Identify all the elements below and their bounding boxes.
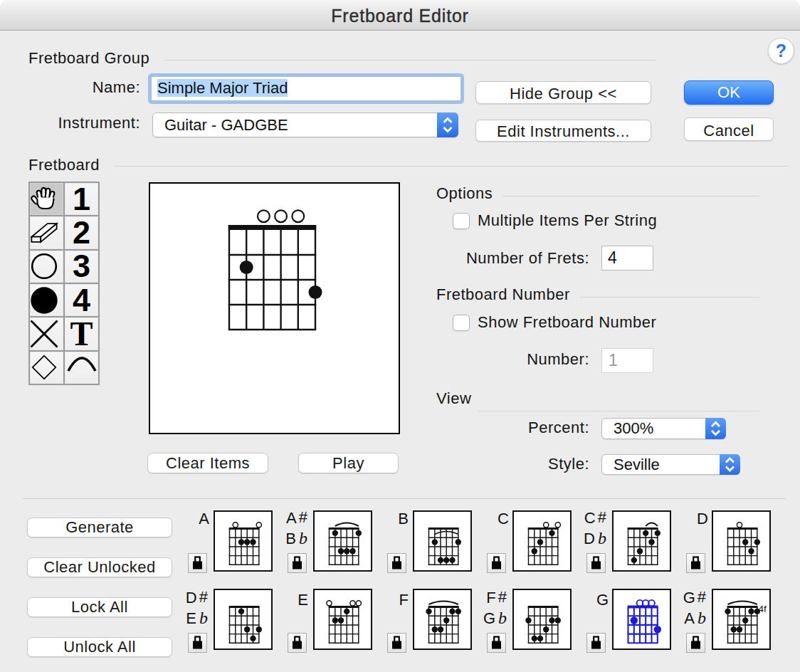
svg-text:4f: 4f bbox=[759, 604, 767, 614]
